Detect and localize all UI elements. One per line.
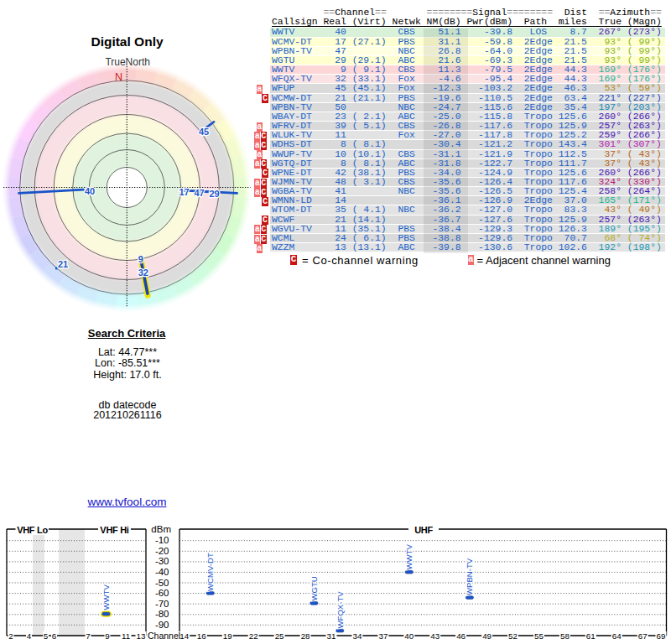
svg-text:49: 49 <box>482 631 492 641</box>
svg-text:28: 28 <box>301 631 310 641</box>
svg-text:5: 5 <box>44 631 49 641</box>
svg-text:-10: -10 <box>155 535 169 545</box>
svg-text:-90: -90 <box>155 620 169 630</box>
svg-text:WPBN-TV: WPBN-TV <box>465 558 474 595</box>
svg-text:11: 11 <box>122 631 130 641</box>
svg-text:46: 46 <box>456 631 466 641</box>
svg-text:31: 31 <box>327 631 336 641</box>
svg-text:40: 40 <box>404 631 414 641</box>
svg-text:VHF Lo: VHF Lo <box>17 525 48 535</box>
svg-text:25: 25 <box>275 631 284 641</box>
svg-text:-30: -30 <box>155 556 169 566</box>
svg-text:6: 6 <box>52 631 57 641</box>
svg-text:58: 58 <box>560 631 570 641</box>
svg-text:WCMV-DT: WCMV-DT <box>205 553 215 591</box>
svg-text:Channel: Channel <box>148 631 180 641</box>
svg-text:WGTU: WGTU <box>309 576 319 600</box>
svg-text:VHF Hi: VHF Hi <box>100 525 129 535</box>
svg-text:-50: -50 <box>155 578 169 588</box>
svg-text:14: 14 <box>179 631 189 641</box>
svg-text:WFQX-TV: WFQX-TV <box>336 591 345 629</box>
svg-text:67: 67 <box>638 631 648 641</box>
svg-text:69: 69 <box>657 631 666 641</box>
svg-text:dBm: dBm <box>151 524 171 534</box>
svg-text:-20: -20 <box>155 546 169 556</box>
svg-text:2: 2 <box>8 631 13 641</box>
svg-text:WWTV: WWTV <box>101 584 111 610</box>
svg-text:-60: -60 <box>155 588 169 598</box>
svg-text:-80: -80 <box>155 609 169 619</box>
svg-text:-70: -70 <box>155 599 169 609</box>
svg-text:19: 19 <box>223 631 232 641</box>
svg-text:7: 7 <box>86 631 90 641</box>
svg-text:9: 9 <box>105 631 109 641</box>
svg-text:16: 16 <box>197 631 206 641</box>
svg-text:UHF: UHF <box>414 525 433 535</box>
svg-text:55: 55 <box>534 631 544 641</box>
svg-text:WWTV: WWTV <box>404 544 414 570</box>
svg-text:4: 4 <box>27 631 32 641</box>
svg-text:37: 37 <box>378 631 388 641</box>
svg-text:22: 22 <box>249 631 258 641</box>
svg-text:34: 34 <box>352 631 362 641</box>
svg-text:-40: -40 <box>155 567 169 577</box>
svg-text:61: 61 <box>586 631 596 641</box>
svg-text:52: 52 <box>508 631 518 641</box>
svg-text:64: 64 <box>612 631 622 641</box>
svg-text:43: 43 <box>430 631 440 641</box>
svg-text:13: 13 <box>137 631 146 641</box>
